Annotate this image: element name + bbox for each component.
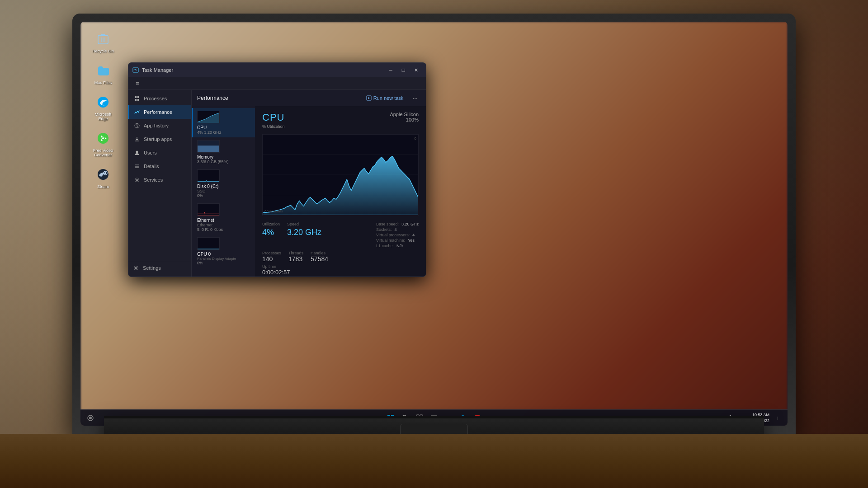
tm-body: Processes Performance bbox=[128, 90, 426, 277]
nav-settings[interactable]: Settings bbox=[128, 261, 191, 275]
svg-rect-12 bbox=[137, 96, 139, 98]
mac-files-icon bbox=[95, 62, 111, 79]
disk-mini-chart bbox=[197, 169, 220, 182]
nav-startup[interactable]: Startup apps bbox=[128, 132, 191, 146]
stat-speed: Speed 3.20 GHz bbox=[287, 222, 321, 248]
close-button[interactable]: ✕ bbox=[410, 64, 422, 76]
steam-label: Steam bbox=[97, 184, 109, 189]
recycle-bin-label: Recycle Bin bbox=[92, 49, 114, 53]
stat-right-details: Base speed: 3.20 GHz Sockets: 4 Virtual … bbox=[376, 222, 419, 248]
desk-surface bbox=[0, 434, 868, 488]
perf-ethernet-item[interactable]: Ethernet Ethernet 5. 0 R: 0 Kbps bbox=[192, 201, 255, 235]
edge-label: Microsoft Edge bbox=[90, 112, 117, 121]
gpu-item-sub: Parallels Display Adapte bbox=[197, 257, 250, 261]
vmachine-value: Yes bbox=[408, 238, 415, 243]
processes-icon bbox=[134, 95, 140, 102]
vproc-label: Virtual processors: bbox=[376, 233, 410, 237]
cpu-mini-chart bbox=[197, 111, 220, 123]
vmachine-row: Virtual machine: Yes bbox=[376, 238, 419, 243]
svg-rect-1 bbox=[99, 35, 107, 36]
sockets-value: 4 bbox=[394, 227, 396, 232]
details-icon bbox=[134, 163, 140, 169]
tm-title: Task Manager bbox=[142, 67, 384, 73]
gpu-mini-chart bbox=[197, 237, 220, 250]
cpu-title-group: CPU % Utilization bbox=[262, 112, 285, 129]
l1cache-row: L1 cache: N/A bbox=[376, 244, 419, 248]
nav-app-history[interactable]: App history bbox=[128, 119, 191, 132]
perf-disk-item[interactable]: Disk 0 (C:) SSD 0% bbox=[192, 167, 255, 201]
hamburger-menu[interactable]: ≡ bbox=[132, 78, 143, 89]
perf-cpu-item[interactable]: CPU 4% 3.20 GHz bbox=[192, 108, 255, 137]
show-desktop-button[interactable]: | bbox=[771, 412, 784, 424]
cpu-utilization-header: 100% bbox=[390, 117, 419, 122]
base-speed-label: Base speed: bbox=[376, 222, 399, 226]
handles-value: 57584 bbox=[311, 255, 328, 263]
cpu-header: CPU % Utilization Apple Silicon 100% bbox=[262, 112, 419, 129]
window-controls: ─ □ ✕ bbox=[384, 64, 422, 76]
disk-item-name: Disk 0 (C:) bbox=[197, 184, 250, 189]
svg-rect-14 bbox=[137, 99, 139, 101]
svg-rect-25 bbox=[198, 141, 219, 145]
l1cache-value: N/A bbox=[396, 244, 403, 248]
svg-point-21 bbox=[135, 267, 137, 269]
laptop-hinge bbox=[104, 416, 764, 418]
video-converter-icon bbox=[95, 130, 111, 146]
cpu-brand-group: Apple Silicon 100% bbox=[390, 112, 419, 122]
pth-stats: Processes 140 Threads 1783 Handles 57584 bbox=[262, 251, 419, 263]
desktop-icon-mac-files[interactable]: Mac Files bbox=[90, 62, 117, 85]
desktop-icon-steam[interactable]: Steam bbox=[90, 166, 117, 189]
performance-content: CPU 4% 3.20 GHz bbox=[192, 106, 426, 277]
l1cache-label: L1 cache: bbox=[376, 244, 394, 248]
perf-gpu-item[interactable]: GPU 0 Parallels Display Adapte 0% bbox=[192, 235, 255, 268]
run-new-task-button[interactable]: Run new task bbox=[363, 94, 406, 102]
ethernet-item-speed: 5. 0 R: 0 Kbps bbox=[197, 227, 250, 232]
processes-value: 140 bbox=[262, 255, 281, 263]
ethernet-mini-chart bbox=[197, 203, 220, 216]
ethernet-item-name: Ethernet bbox=[197, 218, 250, 223]
titlebar: Task Manager ─ □ ✕ bbox=[128, 63, 426, 77]
base-speed-value: 3.20 GHz bbox=[401, 222, 419, 226]
cpu-chart: 60 seconds 0 bbox=[262, 134, 419, 216]
cpu-item-name: CPU bbox=[197, 125, 250, 130]
video-converter-label: Free Video Converter bbox=[90, 148, 117, 157]
memory-item-value: 3.3/6.0 GB (55%) bbox=[197, 160, 250, 164]
sockets-label: Sockets: bbox=[376, 227, 392, 232]
nav-processes[interactable]: Processes bbox=[128, 92, 191, 105]
gpu-item-name: GPU 0 bbox=[197, 252, 250, 257]
vmachine-label: Virtual machine: bbox=[376, 238, 405, 243]
speed-label: Speed bbox=[287, 222, 321, 226]
vproc-value: 4 bbox=[412, 233, 415, 237]
stat-handles: Handles 57584 bbox=[311, 251, 328, 263]
desktop-icon-recycle-bin[interactable]: Recycle Bin bbox=[90, 31, 117, 53]
chart-max-label: 0 bbox=[415, 136, 416, 141]
disk-item-pct: 0% bbox=[197, 193, 250, 198]
desktop-icon-edge[interactable]: Microsoft Edge bbox=[90, 94, 117, 121]
svg-rect-13 bbox=[135, 99, 137, 101]
cortana-button[interactable] bbox=[84, 412, 97, 424]
maximize-button[interactable]: □ bbox=[397, 64, 410, 76]
services-icon bbox=[134, 177, 140, 183]
stat-utilization: Utilization 4% bbox=[262, 222, 280, 248]
desktop-icon-video-converter[interactable]: Free Video Converter bbox=[90, 130, 117, 157]
performance-icon bbox=[134, 109, 140, 115]
nav-details[interactable]: Details bbox=[128, 160, 191, 173]
svg-point-20 bbox=[136, 179, 138, 181]
processes-label: Processes bbox=[262, 251, 281, 255]
svg-point-16 bbox=[136, 151, 138, 153]
nav-services[interactable]: Services bbox=[128, 173, 191, 187]
nav-items: Processes Performance bbox=[128, 92, 191, 261]
stat-processes: Processes 140 bbox=[262, 251, 281, 263]
nav-users[interactable]: Users bbox=[128, 146, 191, 160]
uptime-section: Up time 0:00:02:57 bbox=[262, 264, 419, 276]
perf-memory-item[interactable]: Memory 3.3/6.0 GB (55%) bbox=[192, 137, 255, 167]
threads-value: 1783 bbox=[288, 255, 303, 263]
gpu-item-pct: 0% bbox=[197, 261, 250, 265]
more-options-button[interactable]: ··· bbox=[410, 94, 420, 103]
app-history-icon bbox=[134, 122, 140, 129]
performance-toolbar: Performance Run new task ··· bbox=[192, 90, 426, 106]
memory-mini-chart bbox=[197, 140, 220, 153]
cpu-stats-row: Utilization 4% Speed 3.20 GHz Base spee bbox=[262, 222, 419, 248]
svg-rect-24 bbox=[198, 145, 219, 152]
nav-performance[interactable]: Performance bbox=[128, 105, 191, 119]
minimize-button[interactable]: ─ bbox=[384, 64, 397, 76]
